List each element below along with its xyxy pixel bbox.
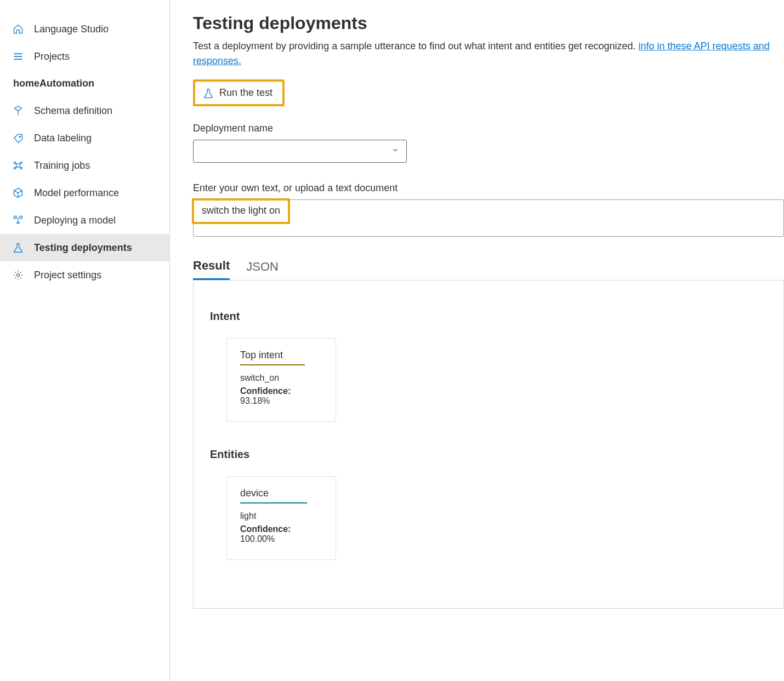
- text-input-label: Enter your own text, or upload a text do…: [193, 182, 784, 194]
- svg-line-9: [15, 163, 16, 164]
- sidebar-item-label: Projects: [34, 51, 70, 62]
- main-content: Testing deployments Test a deployment by…: [170, 0, 784, 681]
- result-tabs: Result JSON: [193, 259, 784, 281]
- list-icon: [12, 50, 24, 62]
- schema-icon: [12, 105, 24, 117]
- sidebar-item-model-performance[interactable]: Model performance: [0, 179, 169, 207]
- sidebar-item-data-labeling[interactable]: Data labeling: [0, 124, 169, 152]
- top-intent-confidence: Confidence: 93.18%: [240, 386, 322, 406]
- sidebar-item-label: Testing deployments: [34, 242, 132, 254]
- training-icon: [12, 159, 24, 171]
- result-panel: Intent Top intent switch_on Confidence: …: [193, 280, 784, 609]
- svg-rect-15: [20, 216, 22, 219]
- run-test-label: Run the test: [219, 87, 272, 99]
- sidebar-item-projects[interactable]: Projects: [0, 43, 169, 70]
- deployment-name-select-wrap: [193, 140, 407, 163]
- svg-line-12: [20, 167, 21, 168]
- flask-icon: [203, 88, 214, 99]
- sidebar-item-schema-definition[interactable]: Schema definition: [0, 97, 169, 124]
- sidebar-item-testing-deployments[interactable]: Testing deployments: [0, 234, 169, 261]
- sidebar-item-deploying-model[interactable]: Deploying a model: [0, 207, 169, 234]
- svg-point-3: [19, 136, 21, 138]
- entity-value: light: [240, 511, 322, 521]
- intent-heading: Intent: [210, 310, 767, 323]
- deployment-name-select[interactable]: [193, 140, 407, 163]
- sidebar: Language Studio Projects homeAutomation …: [0, 0, 170, 681]
- top-intent-value: switch_on: [240, 373, 322, 383]
- svg-line-10: [20, 163, 21, 164]
- svg-rect-14: [14, 216, 16, 219]
- entity-title: device: [240, 488, 307, 503]
- sidebar-item-label: Data labeling: [34, 133, 92, 144]
- sidebar-item-label: Schema definition: [34, 105, 112, 117]
- flask-icon: [12, 242, 24, 254]
- project-name: homeAutomation: [0, 70, 169, 97]
- run-test-button[interactable]: Run the test: [197, 84, 278, 102]
- tab-result[interactable]: Result: [193, 259, 230, 280]
- cube-icon: [12, 187, 24, 199]
- home-icon: [12, 23, 24, 35]
- sidebar-item-label: Training jobs: [34, 160, 90, 171]
- svg-point-4: [16, 164, 20, 168]
- entity-card: device light Confidence: 100.00%: [226, 476, 336, 560]
- tag-icon: [12, 132, 24, 144]
- top-intent-card: Top intent switch_on Confidence: 93.18%: [226, 338, 336, 422]
- sidebar-item-label: Project settings: [34, 270, 101, 281]
- run-test-highlight: Run the test: [193, 79, 285, 106]
- sidebar-item-label: Language Studio: [34, 24, 109, 35]
- gear-icon: [12, 269, 24, 281]
- page-title: Testing deployments: [193, 13, 784, 33]
- sidebar-item-label: Model performance: [34, 187, 119, 199]
- top-intent-title: Top intent: [240, 350, 305, 365]
- tab-json[interactable]: JSON: [246, 259, 279, 280]
- deployment-name-label: Deployment name: [193, 123, 784, 134]
- entities-heading: Entities: [210, 448, 767, 461]
- sidebar-item-label: Deploying a model: [34, 215, 116, 226]
- svg-line-11: [15, 167, 16, 168]
- sidebar-item-language-studio[interactable]: Language Studio: [0, 15, 169, 43]
- svg-point-19: [17, 274, 20, 277]
- sidebar-item-project-settings[interactable]: Project settings: [0, 261, 169, 289]
- page-description: Test a deployment by providing a sample …: [193, 39, 784, 68]
- utterance-textarea[interactable]: switch the light on: [193, 199, 784, 237]
- sidebar-item-training-jobs[interactable]: Training jobs: [0, 152, 169, 179]
- utterance-text-highlight: switch the light on: [192, 198, 290, 224]
- entity-confidence: Confidence: 100.00%: [240, 524, 322, 544]
- deploy-icon: [12, 214, 24, 226]
